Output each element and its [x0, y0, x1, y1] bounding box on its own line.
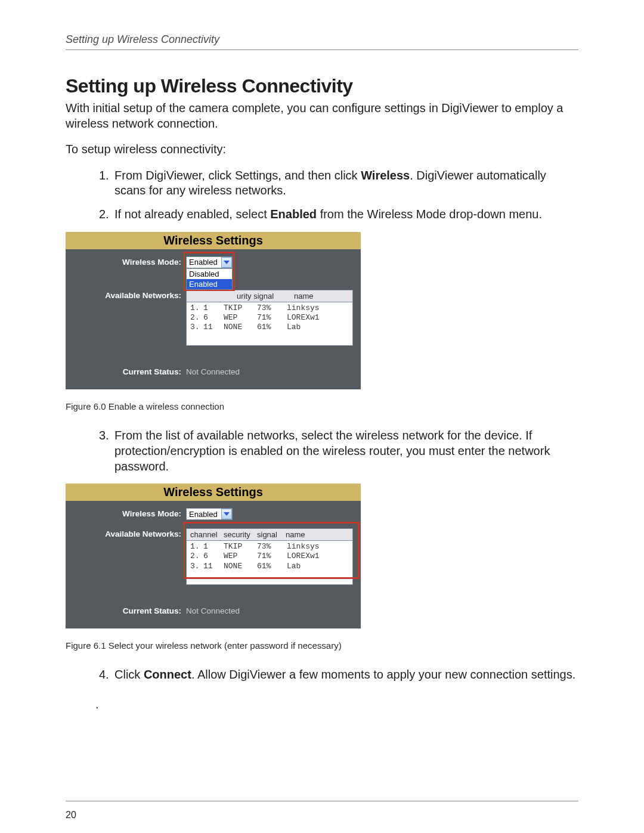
step-text: If not already enabled, select	[114, 208, 270, 221]
list-header: urity signal name	[187, 290, 352, 302]
wireless-mode-dropdown[interactable]: Enabled	[186, 256, 233, 268]
page-title: Setting up Wireless Connectivity	[66, 75, 578, 97]
network-row[interactable]: 2. 6 WEP 71% LOREXw1	[187, 552, 352, 561]
panel-title: Wireless Settings	[66, 232, 361, 249]
step-1: 1. From DigiViewer, click Settings, and …	[99, 168, 578, 199]
current-status-label: Current Status:	[73, 367, 186, 376]
rule-bottom	[66, 801, 578, 801]
figure-6-1: Wireless Settings Wireless Mode: Enabled…	[66, 484, 361, 633]
intro-paragraph: With initial setup of the camera complet…	[66, 101, 578, 131]
dropdown-option-disabled[interactable]: Disabled	[187, 269, 232, 279]
wireless-mode-label: Wireless Mode:	[73, 508, 186, 518]
figure-caption-6-1: Figure 6.1 Select your wireless network …	[66, 640, 578, 651]
chevron-down-icon[interactable]	[221, 257, 232, 268]
step-4: 4. Click Connect. Allow DigiViewer a few…	[99, 667, 578, 683]
network-row[interactable]: 2. 6 WEP 71% LOREXw1	[187, 313, 352, 323]
page-number: 20	[66, 810, 578, 820]
available-networks-list[interactable]: urity signal name 1. 1 TKIP 73% linksys	[186, 290, 353, 346]
network-row[interactable]: 1. 1 TKIP 73% linksys	[187, 542, 352, 552]
network-row[interactable]: 3. 11 NONE 61% Lab	[187, 323, 352, 332]
step-text: From DigiViewer, click Settings, and the…	[114, 169, 361, 182]
step-number: 4.	[99, 667, 114, 683]
step-bold: Wireless	[361, 169, 410, 182]
dropdown-option-enabled[interactable]: Enabled	[187, 279, 232, 289]
dropdown-panel: Disabled Enabled	[186, 268, 233, 290]
dropdown-value: Enabled	[189, 510, 218, 519]
dropdown-value: Enabled	[189, 258, 218, 267]
step-number: 2.	[99, 207, 114, 222]
wireless-mode-label: Wireless Mode:	[73, 256, 186, 267]
step-text: from the Wireless Mode drop-down menu.	[317, 208, 542, 221]
step-text: . Allow DigiViewer a few moments to appl…	[191, 668, 575, 681]
step-2: 2. If not already enabled, select Enable…	[99, 207, 578, 222]
steps-list: 1. From DigiViewer, click Settings, and …	[66, 168, 578, 222]
steps-list-cont2: 4. Click Connect. Allow DigiViewer a few…	[66, 667, 578, 683]
current-status-label: Current Status:	[73, 606, 186, 615]
lead-in: To setup wireless connectivity:	[66, 142, 578, 157]
stray-dot: .	[95, 698, 578, 711]
step-number: 3.	[99, 428, 114, 474]
available-networks-label: Available Networks:	[73, 290, 186, 300]
step-text: From the list of available networks, sel…	[114, 428, 578, 474]
step-text: Click	[114, 668, 144, 681]
running-header: Setting up Wireless Connectivity	[66, 33, 578, 46]
step-bold: Enabled	[270, 208, 317, 221]
figure-caption-6-0: Figure 6.0 Enable a wireless connection	[66, 401, 578, 411]
available-networks-list[interactable]: channel security signal name 1. 1 TKIP 7…	[186, 528, 353, 585]
available-networks-label: Available Networks:	[73, 528, 186, 538]
step-number: 1.	[99, 168, 114, 199]
wireless-mode-dropdown[interactable]: Enabled	[186, 508, 233, 520]
step-bold: Connect	[144, 668, 191, 681]
steps-list-cont: 3. From the list of available networks, …	[66, 428, 578, 474]
current-status-value: Not Connected	[186, 606, 240, 615]
rule-top	[66, 49, 578, 50]
step-3: 3. From the list of available networks, …	[99, 428, 578, 474]
figure-6-0: Wireless Settings Wireless Mode: Enabled…	[66, 232, 361, 395]
network-row[interactable]: 3. 11 NONE 61% Lab	[187, 562, 352, 571]
panel-title: Wireless Settings	[66, 484, 361, 501]
chevron-down-icon[interactable]	[221, 509, 232, 519]
list-header-full: channel security signal name	[187, 529, 352, 541]
current-status-value: Not Connected	[186, 367, 240, 376]
network-row[interactable]: 1. 1 TKIP 73% linksys	[187, 304, 352, 313]
